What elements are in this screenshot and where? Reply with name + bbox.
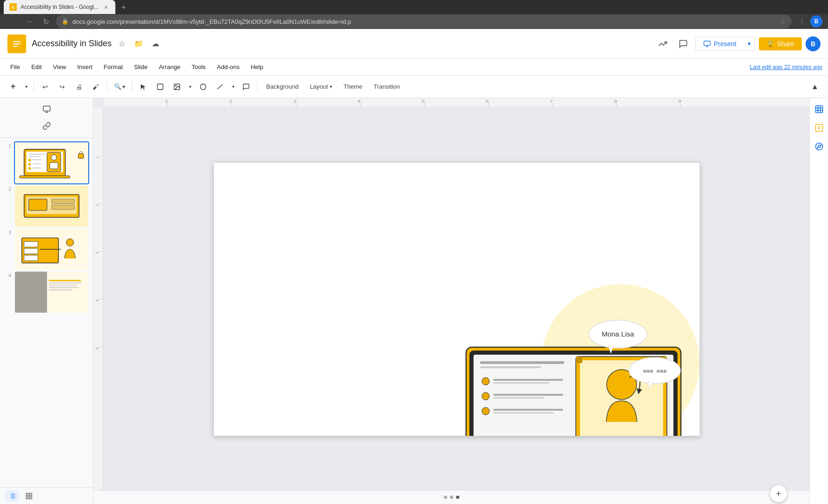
sidebar-compass-icon[interactable] — [812, 139, 827, 154]
sidebar-notes-icon[interactable] — [812, 120, 827, 135]
select-btn[interactable] — [136, 79, 151, 94]
menu-format[interactable]: Format — [99, 61, 127, 74]
star-btn[interactable]: ☆ — [115, 37, 128, 50]
folder-btn[interactable]: 📁 — [132, 37, 145, 50]
svg-rect-110 — [493, 409, 563, 411]
slide-workspace[interactable]: Mona Lisa ≡≡≡ ≡≡≡ — [104, 108, 809, 490]
present-btn[interactable]: Present — [695, 37, 743, 51]
svg-rect-63 — [29, 497, 32, 499]
chrome-profile-avatar[interactable]: B — [810, 15, 822, 28]
dot-3 — [456, 496, 459, 499]
slide-number-3: 3 — [4, 228, 11, 235]
address-bar[interactable]: 🔒 docs.google.com/presentation/d/1MVs98m… — [56, 14, 792, 28]
menu-insert[interactable]: Insert — [72, 61, 97, 74]
slide-thumb-1[interactable] — [14, 141, 89, 184]
menu-arrange[interactable]: Arrange — [154, 61, 185, 74]
svg-rect-4 — [13, 43, 21, 44]
paint-format-btn[interactable]: 🖌 — [88, 79, 103, 94]
svg-rect-32 — [78, 154, 84, 159]
menu-help[interactable]: Help — [246, 61, 268, 74]
cloud-btn[interactable]: ☁ — [149, 37, 162, 50]
svg-point-25 — [28, 163, 31, 166]
redo-btn[interactable]: ↪ — [55, 79, 70, 94]
slide-number-1: 1 — [4, 141, 11, 149]
add-dropdown-btn[interactable]: ▾ — [22, 79, 30, 94]
panel-icons — [0, 98, 93, 138]
user-avatar[interactable]: B — [806, 36, 821, 51]
panel-link-icon[interactable] — [39, 119, 54, 133]
svg-text:8: 8 — [614, 99, 617, 104]
active-tab[interactable]: S Accessibility in Slides - Googl... ✕ — [4, 0, 115, 14]
slide-thumb-container-3: 3 — [4, 228, 89, 271]
menu-file[interactable]: File — [6, 61, 25, 74]
svg-rect-60 — [26, 493, 28, 496]
slides-panel: 1 — [0, 98, 93, 504]
image-btn[interactable] — [170, 79, 184, 94]
menu-slide[interactable]: Slide — [129, 61, 152, 74]
line-btn[interactable] — [212, 79, 227, 94]
slide-thumb-4[interactable] — [14, 271, 89, 314]
grid-view-btn[interactable] — [22, 490, 35, 502]
svg-rect-9 — [157, 84, 163, 90]
collapse-toolbar-btn[interactable]: ▲ — [807, 79, 822, 94]
image-dropdown-btn[interactable]: ▾ — [186, 79, 194, 94]
reload-btn[interactable]: ↻ — [39, 15, 52, 28]
svg-text:1: 1 — [165, 99, 168, 104]
line-dropdown-btn[interactable]: ▾ — [229, 79, 237, 94]
bookmark-icon[interactable]: ☆ — [780, 18, 786, 25]
list-view-btn[interactable] — [6, 490, 19, 502]
svg-rect-3 — [13, 41, 21, 42]
share-btn[interactable]: 🔒 Share — [759, 37, 802, 50]
menu-view[interactable]: View — [48, 61, 71, 74]
panel-slides-icon[interactable] — [39, 102, 54, 117]
slide-number-2: 2 — [4, 184, 11, 192]
svg-text:5: 5 — [422, 99, 425, 104]
add-btn[interactable]: + — [6, 79, 21, 94]
svg-point-109 — [482, 407, 489, 415]
svg-rect-62 — [26, 497, 28, 499]
browser-chrome: S Accessibility in Slides - Googl... ✕ +… — [0, 0, 828, 29]
svg-rect-22 — [28, 156, 40, 157]
last-edit-text[interactable]: Last edit was 22 minutes ago — [750, 64, 822, 70]
svg-rect-105 — [493, 382, 549, 384]
forward-btn[interactable]: → — [22, 15, 35, 28]
layout-btn[interactable]: Layout ▾ — [305, 79, 337, 94]
sidebar-sheets-icon[interactable] — [812, 102, 827, 117]
toolbar: + ▾ ↩ ↪ 🖨 🖌 🔍 ▾ ▾ ▾ — [0, 76, 828, 98]
undo-btn[interactable]: ↩ — [38, 79, 53, 94]
print-btn[interactable]: 🖨 — [71, 79, 86, 94]
background-btn[interactable]: Background — [262, 79, 303, 94]
extensions-btn[interactable]: ⋮ — [795, 15, 808, 28]
slide-thumb-inner-1 — [15, 142, 88, 183]
present-dropdown-btn[interactable]: ▾ — [744, 37, 755, 51]
svg-text:1: 1 — [95, 156, 99, 159]
top-ruler: 1 2 3 4 5 6 7 8 9 — [104, 98, 809, 108]
comment-icon-btn[interactable] — [239, 79, 254, 94]
menu-edit[interactable]: Edit — [27, 61, 46, 74]
slide-thumb-2[interactable] — [14, 184, 89, 227]
zoom-btn[interactable]: 🔍 ▾ — [111, 79, 128, 94]
menu-addons[interactable]: Add-ons — [212, 61, 244, 74]
add-slide-btn[interactable]: + — [770, 485, 787, 502]
transition-btn[interactable]: Transition — [369, 79, 405, 94]
svg-rect-24 — [32, 159, 42, 160]
svg-point-12 — [200, 84, 206, 90]
new-tab-btn[interactable]: + — [117, 1, 130, 14]
text-btn[interactable] — [153, 79, 168, 94]
slide-thumb-container-4: 4 — [4, 271, 89, 314]
slide-dots — [444, 496, 459, 499]
left-ruler: 1 2 3 4 5 — [93, 108, 104, 490]
back-btn[interactable]: ← — [6, 15, 19, 28]
comment-btn[interactable] — [675, 35, 692, 52]
shape-btn[interactable] — [196, 79, 211, 94]
svg-rect-61 — [29, 493, 32, 496]
tab-close-btn[interactable]: ✕ — [102, 3, 110, 11]
explore-btn[interactable] — [654, 35, 671, 52]
sep3 — [132, 81, 132, 92]
doc-title: Accessibility in Slides — [32, 39, 112, 49]
slide-thumb-3[interactable] — [14, 228, 89, 271]
theme-btn[interactable]: Theme — [339, 79, 367, 94]
svg-rect-26 — [32, 163, 42, 164]
menu-tools[interactable]: Tools — [187, 61, 210, 74]
svg-text:2: 2 — [95, 204, 99, 206]
